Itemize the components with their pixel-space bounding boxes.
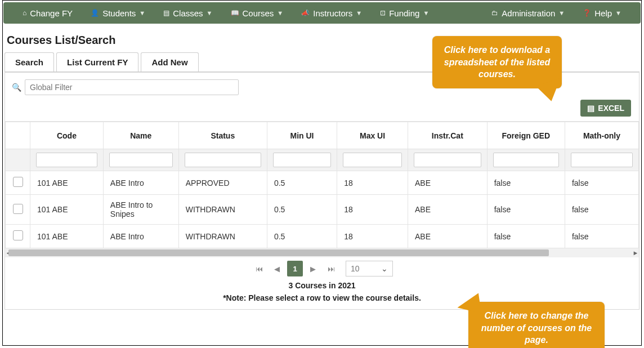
table-row[interactable]: 101 ABEABE IntroWITHDRAWN0.518ABEfalsefa… bbox=[6, 225, 639, 248]
row-checkbox[interactable] bbox=[13, 204, 23, 214]
col-math-only[interactable]: Math-only bbox=[565, 122, 638, 149]
cell-min-ui: 0.5 bbox=[267, 171, 337, 195]
filter-max-ui[interactable] bbox=[343, 153, 402, 167]
cell-max-ui: 18 bbox=[337, 225, 408, 248]
results-panel: 🔍 ▤ EXCEL Code Name Status Min UI Max UI… bbox=[5, 72, 639, 310]
cell-name: ABE Intro bbox=[103, 171, 178, 195]
cell-min-ui: 0.5 bbox=[267, 195, 337, 225]
horizontal-scrollbar[interactable]: ◄ ► bbox=[5, 248, 639, 257]
cell-code: 101 ABE bbox=[30, 225, 104, 248]
col-max-ui[interactable]: Max UI bbox=[337, 122, 408, 149]
chevron-down-icon: ⌄ bbox=[381, 264, 388, 273]
search-icon: 🔍 bbox=[12, 83, 21, 92]
nav-change-fy[interactable]: ⌂ Change FY bbox=[14, 8, 82, 18]
question-icon: ❓ bbox=[583, 9, 591, 17]
main-navbar: ⌂ Change FY 👤 Students ▼ ▤ Classes ▼ 📖 C… bbox=[3, 2, 641, 24]
row-checkbox[interactable] bbox=[13, 177, 23, 187]
nav-label: Courses bbox=[243, 8, 274, 18]
chevron-down-icon: ▼ bbox=[356, 10, 362, 16]
pager: ⏮ ◀ 1 ▶ ⏭ 10 ⌄ bbox=[5, 257, 639, 279]
folder-icon: 🗀 bbox=[491, 9, 498, 17]
filter-name[interactable] bbox=[109, 153, 173, 167]
cell-math-only: false bbox=[565, 195, 638, 225]
person-icon: 👤 bbox=[91, 9, 99, 17]
nav-label: Funding bbox=[389, 8, 419, 18]
pager-last-button[interactable]: ⏭ bbox=[323, 261, 339, 276]
nav-label: Change FY bbox=[30, 8, 73, 18]
cell-status: WITHDRAWN bbox=[178, 195, 267, 225]
tab-search[interactable]: Search bbox=[5, 52, 54, 72]
export-excel-button[interactable]: ▤ EXCEL bbox=[580, 100, 631, 117]
chevron-down-icon: ▼ bbox=[423, 10, 429, 16]
cell-name: ABE Intro to Snipes bbox=[103, 195, 178, 225]
pager-first-button[interactable]: ⏮ bbox=[251, 261, 267, 276]
cell-foreign-ged: false bbox=[487, 195, 565, 225]
nav-students[interactable]: 👤 Students ▼ bbox=[82, 8, 154, 18]
megaphone-icon: 📣 bbox=[301, 9, 310, 17]
cell-status: APPROVED bbox=[178, 171, 267, 195]
global-filter-input[interactable] bbox=[25, 79, 239, 95]
grid-icon: ▤ bbox=[163, 9, 169, 17]
pager-current-page[interactable]: 1 bbox=[287, 261, 303, 276]
col-instr-cat[interactable]: Instr.Cat bbox=[408, 122, 487, 149]
nav-help[interactable]: ❓ Help ▼ bbox=[574, 8, 630, 18]
cell-name: ABE Intro bbox=[103, 225, 178, 248]
filter-code[interactable] bbox=[36, 153, 97, 167]
nav-courses[interactable]: 📖 Courses ▼ bbox=[222, 8, 293, 18]
col-code[interactable]: Code bbox=[30, 122, 104, 149]
nav-label: Students bbox=[102, 8, 136, 18]
book-icon: 📖 bbox=[231, 9, 239, 17]
nav-instructors[interactable]: 📣 Instructors ▼ bbox=[292, 8, 371, 18]
cell-min-ui: 0.5 bbox=[267, 225, 337, 248]
chevron-down-icon: ▼ bbox=[277, 10, 283, 16]
cell-instr-cat: ABE bbox=[408, 195, 487, 225]
cell-instr-cat: ABE bbox=[408, 225, 487, 248]
chevron-down-icon: ▼ bbox=[207, 10, 213, 16]
tab-add-new[interactable]: Add New bbox=[141, 52, 198, 72]
filter-min-ui[interactable] bbox=[273, 153, 331, 167]
cell-max-ui: 18 bbox=[337, 195, 408, 225]
filter-status[interactable] bbox=[185, 153, 261, 167]
scrollbar-thumb[interactable] bbox=[8, 249, 549, 256]
nav-classes[interactable]: ▤ Classes ▼ bbox=[154, 8, 221, 18]
nav-label: Classes bbox=[173, 8, 203, 18]
nav-label: Instructors bbox=[313, 8, 352, 18]
cell-foreign-ged: false bbox=[487, 171, 565, 195]
col-min-ui[interactable]: Min UI bbox=[267, 122, 337, 149]
cell-code: 101 ABE bbox=[30, 195, 104, 225]
chevron-down-icon: ▼ bbox=[615, 10, 621, 16]
filter-foreign-ged[interactable] bbox=[493, 153, 559, 167]
table-scroll[interactable]: Code Name Status Min UI Max UI Instr.Cat… bbox=[5, 121, 639, 248]
nav-administration[interactable]: 🗀 Administration ▼ bbox=[482, 8, 574, 18]
tab-list-current-fy[interactable]: List Current FY bbox=[56, 52, 138, 72]
scroll-right-icon[interactable]: ► bbox=[631, 248, 640, 257]
cell-math-only: false bbox=[565, 171, 638, 195]
home-icon: ⌂ bbox=[23, 9, 26, 17]
results-summary: 3 Courses in 2021 bbox=[5, 279, 639, 292]
table-row[interactable]: 101 ABEABE Intro to SnipesWITHDRAWN0.518… bbox=[6, 195, 639, 225]
col-foreign-ged[interactable]: Foreign GED bbox=[487, 122, 565, 149]
page-size-select[interactable]: 10 ⌄ bbox=[346, 261, 393, 276]
nav-funding[interactable]: ⊡ Funding ▼ bbox=[371, 8, 438, 18]
pager-next-button[interactable]: ▶ bbox=[305, 261, 321, 276]
courses-table: Code Name Status Min UI Max UI Instr.Cat… bbox=[5, 122, 639, 248]
filter-math-only[interactable] bbox=[571, 153, 633, 167]
cell-code: 101 ABE bbox=[30, 171, 104, 195]
cell-foreign-ged: false bbox=[487, 225, 565, 248]
filter-instr-cat[interactable] bbox=[414, 153, 481, 167]
nav-label: Help bbox=[594, 8, 612, 18]
chevron-down-icon: ▼ bbox=[558, 10, 565, 16]
pager-prev-button[interactable]: ◀ bbox=[269, 261, 285, 276]
file-excel-icon: ▤ bbox=[587, 104, 594, 113]
row-checkbox[interactable] bbox=[13, 230, 23, 240]
table-row[interactable]: 101 ABEABE IntroAPPROVED0.518ABEfalsefal… bbox=[6, 171, 639, 195]
cell-math-only: false bbox=[565, 225, 638, 248]
chevron-down-icon: ▼ bbox=[139, 10, 145, 16]
cell-max-ui: 18 bbox=[337, 171, 408, 195]
cell-status: WITHDRAWN bbox=[178, 225, 267, 248]
callout-excel: Click here to download a spreadsheet of … bbox=[432, 36, 562, 88]
excel-label: EXCEL bbox=[598, 104, 624, 113]
col-status[interactable]: Status bbox=[178, 122, 267, 149]
col-name[interactable]: Name bbox=[103, 122, 178, 149]
col-checkbox bbox=[6, 122, 30, 149]
